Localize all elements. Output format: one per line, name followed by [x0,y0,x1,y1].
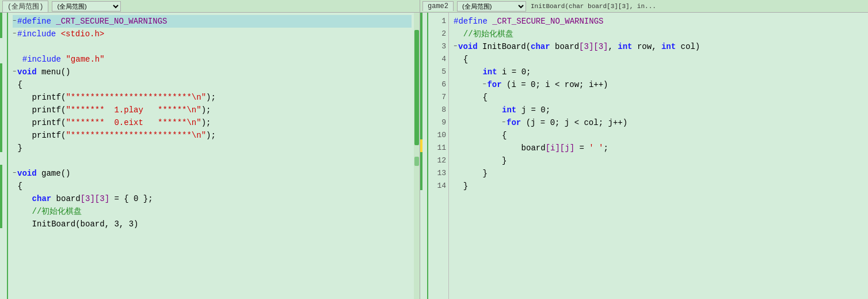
left-scope-dropdown[interactable]: (全局范围) [52,1,121,12]
left-tab[interactable]: (全局范围) [2,1,48,12]
left-code-content[interactable]: −#define _CRT_SECURE_NO_WARNINGS −#inclu… [8,13,414,299]
code-text: InitBoard(board, 3, 3) [13,218,138,230]
line-num: 13 [432,167,446,180]
keyword: #define [17,15,51,28]
code-text [56,28,60,40]
gutter-line [420,25,427,38]
keyword: int [502,104,516,116]
fold-icon: − [502,116,505,129]
gutter-line [420,114,427,127]
code-text: [3][3] [579,40,608,53]
code-text: (i = 0; i < row; i++) [502,78,608,91]
code-line: −#include <stdio.h> [13,28,412,40]
line-num: 7 [432,91,446,104]
gutter-line [0,190,7,203]
code-text: //初始化棋盘 [463,28,513,40]
left-pane-header: (全局范围) (全局范围) [0,0,420,13]
left-scrollbar-thumb[interactable] [414,30,419,145]
code-text: "*************************\n" [66,91,206,104]
gutter-line [0,25,7,38]
code-line: { [13,78,412,91]
code-line: −for (i = 0; i < row; i++) [454,78,866,91]
gutter-line [0,13,7,25]
gutter-line [420,51,427,63]
right-scope-dropdown[interactable]: (全局范围) [457,1,526,12]
line-num: 1 [432,15,446,28]
code-line: char board[3][3] = { 0 }; [13,192,412,205]
right-line-numbers: 1 2 3 4 5 6 7 8 9 10 11 12 13 14 [428,13,449,299]
code-line: InitBoard(board, 3, 3) [13,218,412,230]
left-tab-label: (全局范围) [7,3,43,11]
keyword: int [618,40,632,53]
fold-icon: − [13,66,16,78]
right-code-content[interactable]: #define _CRT_SECURE_NO_WARNINGS //初始化棋盘 … [449,13,868,299]
gutter-line [420,165,427,177]
code-text: printf( [13,116,66,129]
code-text: ); [201,104,211,116]
line-num: 8 [432,104,446,116]
left-scrollbar[interactable] [414,13,420,299]
code-line: #define _CRT_SECURE_NO_WARNINGS [454,15,866,28]
left-scrollbar-indicator [414,157,419,166]
gutter-line [0,114,7,127]
code-text: _CRT_SECURE_NO_WARNINGS [56,15,167,28]
code-text: //初始化棋盘 [32,205,82,218]
code-text: { [13,180,22,192]
code-text: "******* 1.play ******\n" [66,104,201,116]
keyword: void [17,66,37,78]
line-num: 6 [432,78,446,91]
code-line: #include "game.h" [13,53,412,66]
code-text: ); [201,116,211,129]
line-num: 14 [432,180,446,192]
gutter-line [0,38,7,51]
gutter-line [420,127,427,139]
code-text: } [454,154,507,167]
keyword: int [482,66,497,78]
right-gutter [420,13,428,299]
left-pane: (全局范围) (全局范围) [0,0,420,299]
code-text [13,53,22,66]
keyword: void [458,40,478,53]
keyword: void [17,167,37,180]
gutter-line [0,203,7,215]
code-text [454,78,482,91]
code-text: } [454,167,488,180]
code-text: row, [633,40,661,53]
gutter-line [420,13,427,25]
line-num: 3 [432,40,446,53]
code-line: −void menu() [13,66,412,78]
code-line: { [454,53,866,66]
code-text: = { 0 }; [109,192,153,205]
code-text: } [454,180,468,192]
code-text: board [550,40,579,53]
right-code-area: 1 2 3 4 5 6 7 8 9 10 11 12 13 14 #define… [420,13,868,299]
code-text: col) [676,40,700,53]
code-line: printf("*************************\n"); [13,91,412,104]
line-num: 12 [432,154,446,167]
keyword: char [32,192,52,205]
code-text: printf( [13,104,66,116]
right-tab[interactable]: game2 [422,1,454,11]
code-text: [3][3] [81,192,109,205]
code-text: printf( [13,91,66,104]
code-text [51,15,56,28]
code-line: } [13,142,412,154]
keyword: #include [17,28,56,40]
code-line: board[i][j] = ' '; [454,142,866,154]
code-text: { [454,53,468,66]
code-text: ); [206,129,216,142]
code-text: "game.h" [66,53,104,66]
line-num: 9 [432,116,446,129]
line-num: 10 [432,129,446,142]
code-text [13,205,32,218]
code-text [488,15,492,28]
gutter-line [0,165,7,177]
code-text: = [574,142,589,154]
code-line: printf("******* 1.play ******\n"); [13,104,412,116]
keyword: #include [22,53,61,66]
right-func-label: InitBoard(char board[3][3], in... [531,3,656,10]
gutter-line [0,51,7,63]
code-text: _CRT_SECURE_NO_WARNINGS [492,15,603,28]
code-text: <stdio.h> [61,28,105,40]
gutter-line [420,63,427,76]
